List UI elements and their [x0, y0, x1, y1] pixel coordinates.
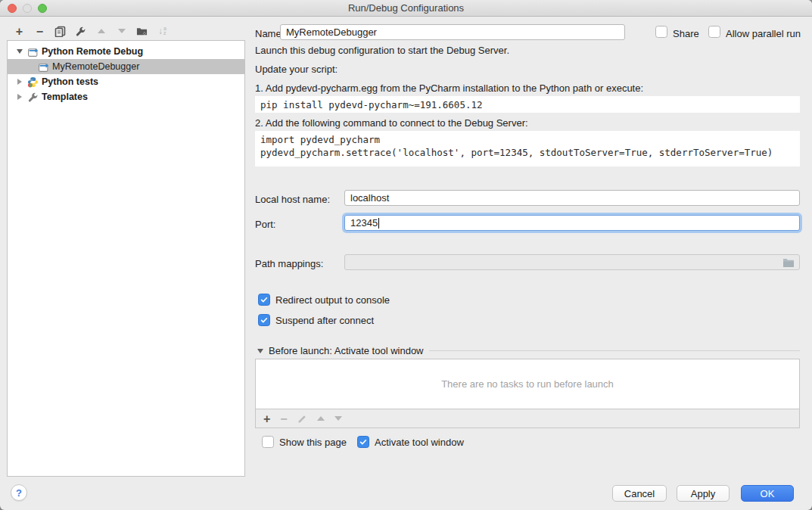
- step2-text: 2. Add the following command to connect …: [255, 117, 528, 129]
- settrace-code-line2: pydevd_pycharm.settrace('localhost', por…: [260, 146, 795, 159]
- suspend-after-connect-checkbox[interactable]: [258, 314, 270, 326]
- remove-task-icon[interactable]: −: [280, 413, 287, 424]
- remote-debug-config-icon: [38, 61, 49, 73]
- intro-text: Launch this debug configuration to start…: [255, 45, 509, 56]
- port-input[interactable]: 12345: [344, 215, 800, 231]
- collapse-section-icon[interactable]: [257, 349, 263, 353]
- python-tests-icon: [27, 76, 39, 88]
- remote-debug-config-icon: [27, 46, 39, 58]
- before-launch-title: Before launch: Activate tool window: [269, 345, 424, 356]
- redirect-output-checkbox[interactable]: [258, 294, 270, 306]
- settrace-code-line1: import pydevd_pycharm: [260, 133, 795, 146]
- activate-tool-window-label: Activate tool window: [375, 437, 464, 448]
- before-launch-toolbar: + −: [255, 409, 800, 428]
- help-button[interactable]: ?: [11, 484, 27, 501]
- configurations-tree: Python Remote Debug MyRemoteDebugger Pyt…: [7, 40, 245, 477]
- suspend-after-connect-row: Suspend after connect: [258, 314, 374, 326]
- section-divider: [429, 350, 800, 351]
- tree-item-label: MyRemoteDebugger: [52, 61, 139, 72]
- path-mappings-input[interactable]: [344, 254, 800, 270]
- settrace-code[interactable]: import pydevd_pycharm pydevd_pycharm.set…: [255, 131, 800, 166]
- update-script-text: Update your script:: [255, 64, 338, 75]
- name-input[interactable]: [280, 24, 625, 40]
- move-up-icon[interactable]: [95, 26, 107, 37]
- local-host-name-label: Local host name:: [255, 194, 330, 205]
- add-task-icon[interactable]: +: [263, 413, 270, 424]
- share-label: Share: [673, 28, 699, 39]
- port-label: Port:: [255, 219, 275, 230]
- tree-item-label: Python Remote Debug: [42, 46, 143, 57]
- browse-folder-icon[interactable]: [782, 257, 795, 268]
- ok-button[interactable]: OK: [741, 485, 794, 502]
- tree-item-python-remote-debug[interactable]: Python Remote Debug: [8, 44, 244, 59]
- show-this-page-label: Show this page: [279, 437, 347, 448]
- local-host-name-input[interactable]: [344, 190, 800, 206]
- collapsed-chevron-icon[interactable]: [15, 79, 24, 85]
- cancel-button[interactable]: Cancel: [612, 485, 667, 502]
- configurations-toolbar: + − ↓az: [14, 23, 168, 39]
- templates-wrench-icon: [27, 92, 39, 103]
- window-title: Run/Debug Configurations: [0, 2, 812, 14]
- new-folder-icon[interactable]: [136, 26, 148, 37]
- tree-item-label: Templates: [42, 92, 88, 102]
- path-mappings-label: Path mappings:: [255, 258, 323, 269]
- suspend-after-connect-label: Suspend after connect: [275, 315, 374, 326]
- activate-tool-window-row: Activate tool window: [357, 436, 464, 448]
- tree-item-label: Python tests: [42, 76, 98, 87]
- sort-alphabetically-icon[interactable]: ↓az: [157, 26, 168, 37]
- pip-install-code[interactable]: pip install pydevd-pycharm~=191.6605.12: [255, 96, 800, 113]
- tree-item-myremotedebugger[interactable]: MyRemoteDebugger: [8, 59, 244, 74]
- tree-item-python-tests[interactable]: Python tests: [8, 74, 244, 89]
- remove-configuration-icon[interactable]: −: [34, 26, 45, 37]
- before-launch-task-list[interactable]: There are no tasks to run before launch: [255, 359, 800, 409]
- activate-tool-window-checkbox[interactable]: [357, 436, 369, 448]
- step1-text: 1. Add pydevd-pycharm.egg from the PyCha…: [255, 82, 643, 94]
- move-down-icon[interactable]: [116, 26, 127, 37]
- allow-parallel-run-checkbox[interactable]: [708, 26, 720, 38]
- redirect-output-row: Redirect output to console: [258, 294, 390, 306]
- share-checkbox[interactable]: [655, 26, 667, 38]
- show-this-page-row: Show this page: [262, 436, 347, 448]
- show-this-page-checkbox[interactable]: [262, 436, 274, 448]
- copy-configuration-icon[interactable]: [54, 26, 66, 37]
- empty-tasks-text: There are no tasks to run before launch: [441, 378, 614, 390]
- add-configuration-icon[interactable]: +: [14, 26, 25, 37]
- move-task-down-icon[interactable]: [334, 416, 342, 421]
- edit-task-pencil-icon[interactable]: [297, 414, 307, 424]
- allow-parallel-run-label: Allow parallel run: [726, 28, 801, 39]
- port-value: 12345: [350, 217, 378, 229]
- question-mark-icon: ?: [16, 487, 22, 499]
- tree-item-templates[interactable]: Templates: [8, 89, 244, 104]
- run-debug-configurations-dialog: Run/Debug Configurations + − ↓az Python …: [0, 0, 812, 510]
- edit-templates-wrench-icon[interactable]: [75, 26, 86, 37]
- collapsed-chevron-icon[interactable]: [15, 94, 24, 100]
- redirect-output-label: Redirect output to console: [275, 294, 390, 306]
- expanded-chevron-icon[interactable]: [15, 49, 24, 54]
- titlebar: Run/Debug Configurations: [0, 0, 812, 17]
- text-caret: [378, 218, 379, 229]
- before-launch-header[interactable]: Before launch: Activate tool window: [257, 345, 800, 356]
- move-task-up-icon[interactable]: [317, 416, 325, 421]
- apply-button[interactable]: Apply: [677, 485, 730, 502]
